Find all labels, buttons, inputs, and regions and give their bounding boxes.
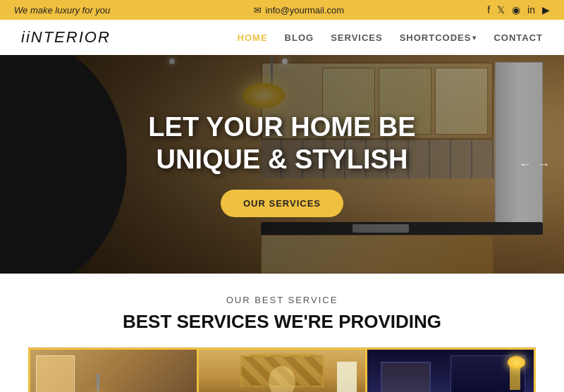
services-subtitle: OUR BEST SERVICE — [28, 295, 536, 305]
nav-home[interactable]: HOME — [238, 32, 268, 43]
hero-cta-button[interactable]: OUR SERVICES — [221, 190, 343, 217]
services-title: BEST SERVICES WE'RE PROVIDING — [28, 311, 536, 333]
services-section: OUR BEST SERVICE BEST SERVICES WE'RE PRO… — [0, 274, 564, 392]
card2-image — [199, 350, 365, 392]
dining-lamp-rod — [97, 374, 99, 391]
service-card-3[interactable] — [367, 348, 536, 392]
facebook-icon[interactable]: f — [487, 4, 490, 16]
card1-image — [30, 350, 197, 392]
nav-services[interactable]: SERVICES — [331, 32, 383, 43]
email-address[interactable]: info@yourmail.com — [266, 5, 344, 16]
bedroom-door — [381, 362, 431, 392]
youtube-icon[interactable]: ▶ — [542, 4, 550, 16]
email-area: ✉ info@yourmail.com — [254, 5, 344, 16]
hero-section: LET YOUR HOME BE UNIQUE & STYLISH OUR SE… — [0, 55, 564, 274]
service-card-2[interactable] — [199, 348, 367, 392]
service-cards-row — [28, 347, 536, 392]
tagline: We make luxury for you — [14, 5, 110, 16]
instagram-icon[interactable]: ◉ — [512, 4, 520, 16]
site-logo[interactable]: iiNTERIOR — [21, 28, 111, 47]
service-card-1[interactable] — [28, 348, 199, 392]
prev-arrow[interactable]: ← — [519, 157, 532, 172]
email-icon: ✉ — [254, 5, 262, 16]
hero-arrows: ← → — [519, 157, 550, 172]
main-nav: iiNTERIOR HOME BLOG SERVICES SHORTCODES … — [0, 20, 564, 55]
nav-shortcodes[interactable]: SHORTCODES — [400, 32, 477, 43]
hall-curtain — [337, 362, 357, 392]
hero-content: LET YOUR HOME BE UNIQUE & STYLISH OUR SE… — [106, 111, 458, 217]
hall-light-glow — [269, 366, 295, 392]
dining-window — [36, 355, 75, 392]
next-arrow[interactable]: → — [537, 157, 550, 172]
linkedin-icon[interactable]: in — [527, 4, 535, 16]
social-links: f 𝕏 ◉ in ▶ — [487, 4, 550, 16]
nav-links: HOME BLOG SERVICES SHORTCODES CONTACT — [238, 32, 543, 43]
nav-blog[interactable]: BLOG — [285, 32, 314, 43]
nav-contact[interactable]: CONTACT — [494, 32, 543, 43]
card3-image — [367, 350, 534, 392]
hero-headline: LET YOUR HOME BE UNIQUE & STYLISH — [106, 111, 458, 176]
top-bar: We make luxury for you ✉ info@yourmail.c… — [0, 0, 564, 20]
twitter-icon[interactable]: 𝕏 — [497, 4, 505, 16]
